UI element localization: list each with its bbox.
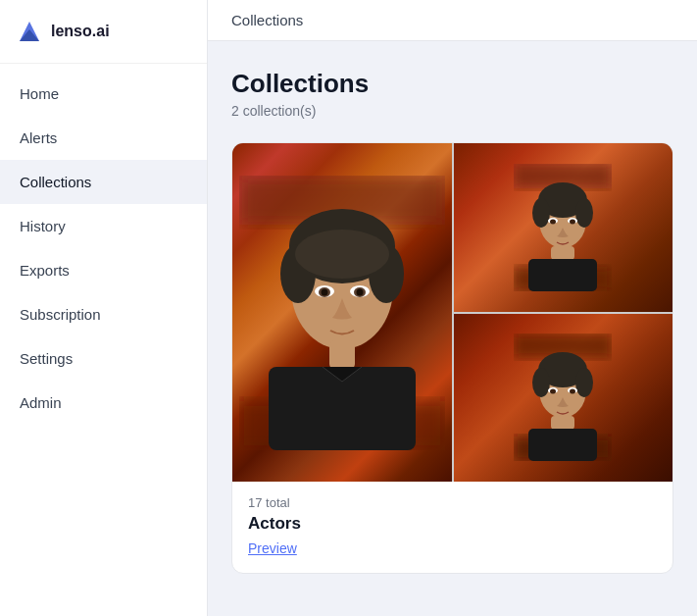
svg-point-14 — [356, 288, 363, 295]
svg-rect-27 — [551, 246, 574, 260]
lenso-logo-icon — [16, 18, 43, 45]
sidebar: lenso.ai HomeAlertsCollectionsHistoryExp… — [0, 0, 208, 616]
collection-card: 17 total Actors Preview — [231, 142, 673, 574]
svg-rect-39 — [551, 416, 574, 430]
page-subtitle: 2 collection(s) — [231, 103, 673, 119]
logo-text: lenso.ai — [51, 23, 110, 40]
svg-rect-28 — [528, 259, 597, 291]
svg-point-37 — [550, 389, 556, 394]
svg-point-25 — [550, 219, 556, 224]
face-svg-bottom-right — [514, 334, 612, 461]
card-info: 17 total Actors Preview — [232, 482, 672, 573]
sidebar-item-settings[interactable]: Settings — [0, 336, 207, 381]
svg-rect-40 — [528, 429, 597, 461]
top-bar-title: Collections — [231, 12, 303, 28]
sidebar-item-alerts[interactable]: Alerts — [0, 116, 207, 160]
sidebar-item-admin[interactable]: Admin — [0, 381, 207, 425]
sidebar-item-exports[interactable]: Exports — [0, 248, 207, 292]
svg-rect-15 — [329, 340, 355, 370]
card-image-bottom-right — [454, 314, 673, 483]
face-svg-main — [239, 176, 445, 450]
card-name: Actors — [248, 514, 657, 534]
card-preview-link[interactable]: Preview — [248, 540, 297, 556]
card-image-main — [232, 143, 452, 482]
sidebar-item-history[interactable]: History — [0, 204, 207, 248]
sidebar-item-collections[interactable]: Collections — [0, 160, 207, 204]
sidebar-item-home[interactable]: Home — [0, 72, 207, 116]
card-image-top-right — [454, 143, 673, 312]
svg-point-33 — [532, 368, 550, 397]
svg-point-34 — [575, 368, 593, 397]
logo-area: lenso.ai — [0, 0, 207, 64]
svg-point-26 — [570, 219, 575, 224]
card-total: 17 total — [248, 495, 657, 510]
top-bar: Collections — [208, 0, 697, 41]
content-area: Collections 2 collection(s) — [208, 41, 697, 601]
sidebar-item-subscription[interactable]: Subscription — [0, 292, 207, 336]
svg-point-38 — [570, 389, 575, 394]
card-images-grid — [232, 143, 672, 482]
svg-point-8 — [295, 230, 389, 279]
svg-point-13 — [321, 288, 327, 295]
main-content: Collections Collections 2 collection(s) — [208, 0, 697, 616]
page-title: Collections — [231, 69, 673, 99]
svg-point-21 — [532, 198, 550, 228]
sidebar-nav: HomeAlertsCollectionsHistoryExportsSubsc… — [0, 64, 207, 433]
svg-point-22 — [575, 198, 593, 228]
face-svg-top-right — [514, 164, 612, 291]
